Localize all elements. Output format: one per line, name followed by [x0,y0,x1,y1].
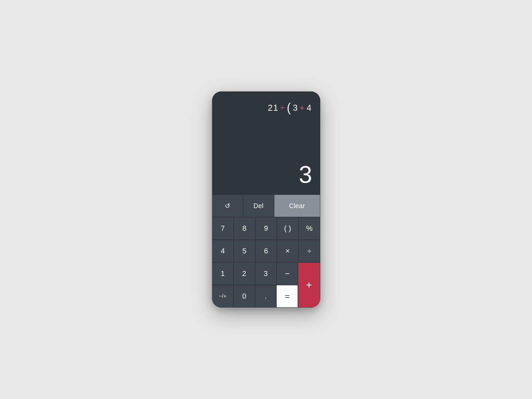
key-2[interactable]: 2 [233,262,255,285]
row-utility: ↺ Del Clear [212,195,320,217]
expr-divide: ÷ [280,103,285,113]
expr-paren-open: ( [287,101,291,115]
key-parens[interactable]: ( ) [277,217,299,240]
history-button[interactable]: ↺ [212,195,243,217]
expr-number-21: 21 [268,103,279,113]
row-4: −/+ 0 . = [212,285,298,308]
key-6[interactable]: 6 [255,240,277,262]
row-1: 7 8 9 ( ) % [212,217,320,240]
key-0[interactable]: 0 [233,285,255,308]
del-button[interactable]: Del [243,195,274,217]
expr-number-3: 3 [293,103,298,113]
key-8[interactable]: 8 [234,217,255,240]
col-left: 1 2 3 − −/+ 0 . = [212,262,298,308]
key-4[interactable]: 4 [212,240,234,262]
result-area: 3 [220,163,312,187]
display-area: 21 ÷ ( 3 + 4 3 [212,91,320,195]
key-3[interactable]: 3 [255,262,277,285]
key-5[interactable]: 5 [234,240,255,262]
result-value: 3 [299,163,312,187]
clear-button[interactable]: Clear [274,195,320,217]
key-negate[interactable]: −/+ [212,285,234,308]
key-percent[interactable]: % [299,217,320,240]
key-1[interactable]: 1 [212,262,234,285]
key-minus[interactable]: − [276,262,298,285]
row-2: 4 5 6 × ÷ [212,240,320,262]
expr-plus: + [300,103,305,113]
key-dot[interactable]: . [255,285,277,308]
key-7[interactable]: 7 [212,217,234,240]
row-3: 1 2 3 − [212,262,298,285]
calculator: 21 ÷ ( 3 + 4 3 ↺ Del Clear 7 8 9 ( ) % [212,91,320,308]
key-multiply[interactable]: × [277,240,299,262]
rows-3-4: 1 2 3 − −/+ 0 . = + [212,262,320,308]
keypad: ↺ Del Clear 7 8 9 ( ) % 4 5 6 × ÷ 1 [212,195,320,308]
key-plus[interactable]: + [298,262,320,308]
expression: 21 ÷ ( 3 + 4 [268,101,312,115]
key-equals[interactable]: = [276,285,298,308]
key-divide[interactable]: ÷ [299,240,320,262]
expr-number-4: 4 [307,103,312,113]
key-9[interactable]: 9 [255,217,277,240]
expression-area: 21 ÷ ( 3 + 4 [220,101,312,115]
